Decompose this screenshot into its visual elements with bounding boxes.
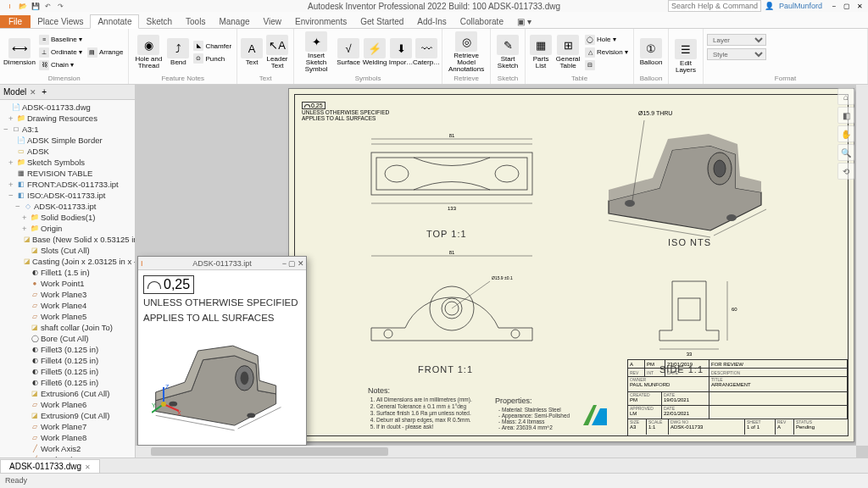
tree-item[interactable]: ▦REVISION TABLE bbox=[2, 168, 133, 179]
vertical-scrollbar[interactable] bbox=[856, 85, 868, 446]
tree-item[interactable]: ▱Work Plane8 bbox=[2, 432, 133, 443]
edit-layers-button[interactable]: ☰Edit Layers bbox=[672, 39, 699, 74]
svg-point-49 bbox=[161, 402, 166, 407]
style-select[interactable]: Style bbox=[707, 48, 766, 60]
tab-annotate[interactable]: Annotate bbox=[90, 14, 139, 29]
tree-item[interactable]: 📄ADSK Simple Border bbox=[2, 135, 133, 146]
tree-item[interactable]: ●Work Point1 bbox=[2, 278, 133, 289]
tree-item[interactable]: ╱Work Axis2 bbox=[2, 443, 133, 454]
tab-add-ins[interactable]: Add-Ins bbox=[410, 15, 453, 28]
tree-item[interactable]: ◪Extrusion9 (Cut All) bbox=[2, 410, 133, 421]
tab-collaborate[interactable]: Collaborate bbox=[453, 15, 510, 28]
tree-item[interactable]: +◧FRONT:ADSK-011733.ipt bbox=[2, 179, 133, 190]
ordinate-button[interactable]: ⊥Ordinate ▾ bbox=[37, 47, 84, 58]
model-tree[interactable]: 📄ADSK-011733.dwg+📁Drawing Resources−□A3:… bbox=[0, 100, 135, 458]
general-table-button[interactable]: ⊞General Table bbox=[554, 35, 581, 69]
model-panel-close-icon[interactable]: ✕ bbox=[30, 88, 36, 97]
tree-item[interactable]: ▱Work Plane3 bbox=[2, 289, 133, 300]
undo-icon[interactable]: ↶ bbox=[42, 1, 53, 11]
surface-button[interactable]: √Surface bbox=[337, 38, 360, 66]
import-button[interactable]: ⬇Impor… bbox=[389, 38, 413, 66]
punch-button[interactable]: ⊙Punch bbox=[192, 53, 233, 64]
leader-text-button[interactable]: ↖ALeader Text bbox=[264, 35, 290, 69]
tree-item[interactable]: ◪shaft collar (Join To) bbox=[2, 322, 133, 333]
tree-item[interactable]: ▭ADSK bbox=[2, 146, 133, 157]
tree-item[interactable]: ▱Work Plane4 bbox=[2, 300, 133, 311]
tree-item[interactable]: ◐Fillet3 (0.125 in) bbox=[2, 344, 133, 355]
tree-item[interactable]: ◐Fillet6 (0.125 in) bbox=[2, 377, 133, 388]
tree-item[interactable]: +📁Drawing Resources bbox=[2, 113, 133, 124]
orbit-icon[interactable]: ⟲ bbox=[837, 163, 854, 180]
tab-sketch[interactable]: Sketch bbox=[139, 15, 179, 28]
tree-item[interactable]: ▱Work Plane5 bbox=[2, 311, 133, 322]
viewcube-icon[interactable]: ◧ bbox=[837, 107, 854, 124]
tree-item[interactable]: ◪Slots (Cut All) bbox=[2, 245, 133, 256]
dimension-button[interactable]: ⟷Dimension bbox=[3, 38, 36, 66]
welding-button[interactable]: ⚡Welding bbox=[362, 38, 387, 66]
floating-part-window[interactable]: IADSK-011733.ipt −▢✕ 0,25 UNLESS OTHERWI… bbox=[137, 256, 307, 446]
hole-thread-button[interactable]: ◉Hole and Thread bbox=[132, 35, 164, 69]
drawing-canvas[interactable]: 0,25 UNLESS OTHERWISE SPECIFIED APPLIES … bbox=[136, 85, 868, 458]
float-minimize-icon[interactable]: − bbox=[282, 259, 287, 268]
table-extra-button[interactable]: ⊟ bbox=[583, 59, 630, 71]
tab-tools[interactable]: Tools bbox=[179, 15, 212, 28]
baseline-button[interactable]: ≡Baseline ▾ bbox=[37, 34, 84, 46]
float-maximize-icon[interactable]: ▢ bbox=[288, 259, 296, 268]
hole-table-button[interactable]: ◯Hole ▾ bbox=[583, 34, 630, 46]
tree-item[interactable]: −◧ISO:ADSK-011733.ipt bbox=[2, 190, 133, 201]
redo-icon[interactable]: ↷ bbox=[55, 1, 66, 11]
svg-point-12 bbox=[384, 330, 392, 338]
doc-tab-close-icon[interactable]: ✕ bbox=[85, 463, 91, 471]
retrieve-anno-button[interactable]: ◎Retrieve Model Annotations bbox=[446, 31, 487, 73]
tree-item[interactable]: ◐Fillet5 (0.125 in) bbox=[2, 366, 133, 377]
save-icon[interactable]: 💾 bbox=[30, 1, 41, 11]
model-panel-add-icon[interactable]: + bbox=[42, 87, 47, 97]
model-panel-title: Model bbox=[3, 87, 26, 97]
tree-item[interactable]: 📄ADSK-011733.dwg bbox=[2, 102, 133, 113]
file-tab[interactable]: File bbox=[0, 15, 31, 28]
start-sketch-button[interactable]: ✎Start Sketch bbox=[494, 35, 521, 69]
chain-button[interactable]: ⛓Chain ▾ bbox=[37, 59, 84, 71]
help-search-input[interactable] bbox=[668, 0, 761, 12]
sketch-symbol-button[interactable]: ✦Insert Sketch Symbol bbox=[298, 31, 335, 73]
doc-tab-active[interactable]: ADSK-011733.dwg✕ bbox=[0, 459, 100, 473]
tab-view[interactable]: View bbox=[257, 15, 289, 28]
chamfer-button[interactable]: ◣Chamfer bbox=[192, 40, 233, 52]
svg-text:Ø15.9 ±0.1: Ø15.9 ±0.1 bbox=[492, 275, 513, 280]
tree-item[interactable]: ◐Fillet1 (1.5 in) bbox=[2, 267, 133, 278]
tree-item[interactable]: +📁Sketch Symbols bbox=[2, 157, 133, 168]
layer-select[interactable]: Layer bbox=[707, 34, 766, 46]
tree-item[interactable]: −◇ADSK-011733.ipt bbox=[2, 201, 133, 212]
tab-get-started[interactable]: Get Started bbox=[353, 15, 410, 28]
tree-item[interactable]: ▱Work Plane7 bbox=[2, 421, 133, 432]
tab-environments[interactable]: Environments bbox=[288, 15, 353, 28]
tree-item[interactable]: ◐Fillet4 (0.125 in) bbox=[2, 355, 133, 366]
tree-item[interactable]: ╱Work Axis3 bbox=[2, 454, 133, 458]
tab-manage[interactable]: Manage bbox=[212, 15, 256, 28]
home-icon[interactable]: ⌂ bbox=[837, 88, 854, 105]
tree-item[interactable]: ◪Extrusion6 (Cut All) bbox=[2, 388, 133, 399]
caterpillar-button[interactable]: 〰Caterp… bbox=[415, 38, 438, 66]
tree-item[interactable]: ◪Base (New Solid x 0.53125 in) bbox=[2, 234, 133, 245]
tree-item[interactable]: ▱Work Plane6 bbox=[2, 399, 133, 410]
arrange-button[interactable]: ▤Arrange bbox=[86, 47, 125, 58]
revision-button[interactable]: △Revision ▾ bbox=[583, 47, 630, 58]
tree-item[interactable]: +📁Solid Bodies(1) bbox=[2, 212, 133, 223]
open-icon[interactable]: 📂 bbox=[17, 1, 28, 11]
svg-point-28 bbox=[726, 214, 737, 221]
tree-item[interactable]: −□A3:1 bbox=[2, 124, 133, 135]
float-close-icon[interactable]: ✕ bbox=[298, 259, 304, 268]
zoom-icon[interactable]: 🔍 bbox=[837, 144, 854, 161]
bend-button[interactable]: ⤴Bend bbox=[166, 38, 190, 66]
tab-place-views[interactable]: Place Views bbox=[31, 15, 90, 28]
tree-item[interactable]: ◪Casting (Join x 2.03125 in x -12 de… bbox=[2, 256, 133, 267]
horizontal-scrollbar[interactable] bbox=[136, 446, 856, 458]
parts-list-button[interactable]: ▦Parts List bbox=[529, 35, 553, 69]
balloon-button[interactable]: ①Balloon bbox=[637, 38, 665, 66]
tree-item[interactable]: ◯Bore (Cut All) bbox=[2, 333, 133, 344]
tree-item[interactable]: +📁Origin bbox=[2, 223, 133, 234]
svg-point-27 bbox=[625, 200, 635, 207]
text-button[interactable]: AText bbox=[241, 38, 263, 66]
tab-overflow[interactable]: ▣ ▾ bbox=[510, 15, 538, 28]
pan-icon[interactable]: ✋ bbox=[837, 125, 854, 142]
